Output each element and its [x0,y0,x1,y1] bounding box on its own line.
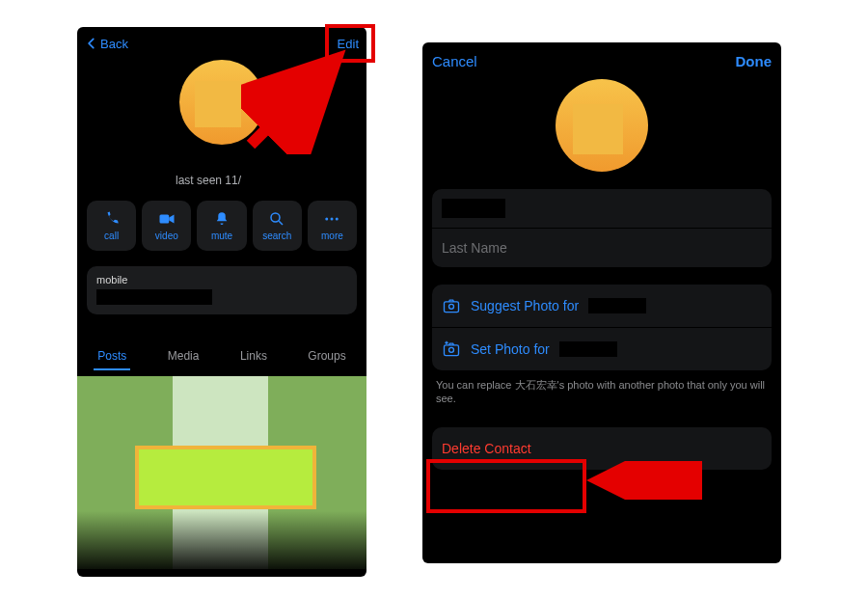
edit-button[interactable]: Edit [338,37,359,51]
nav-bar: Back Edit [77,27,366,60]
cancel-button[interactable]: Cancel [432,53,477,69]
svg-point-8 [449,347,454,352]
video-icon [158,210,176,228]
contact-name-redacted [176,150,268,168]
first-name-redacted [442,199,505,218]
avatar-placeholder-icon [195,81,241,127]
svg-rect-0 [159,215,169,224]
call-button[interactable]: call [87,201,136,251]
post-thumbnail-redacted [135,446,316,509]
phone-icon [103,210,121,228]
avatar[interactable] [556,79,648,172]
quick-actions: call video mute search more [87,201,357,251]
svg-point-1 [271,213,280,222]
last-seen-text: last seen 11/ [176,174,241,187]
suggest-photo-button[interactable]: Suggest Photo for [432,285,772,328]
delete-section: Delete Contact [432,427,772,470]
last-name-field[interactable]: Last Name [432,229,772,267]
camera-plus-icon [442,340,461,359]
mute-label: mute [211,231,232,241]
video-button[interactable]: video [142,201,191,251]
edit-label: Edit [338,37,359,51]
first-name-field[interactable] [432,189,772,229]
svg-rect-7 [445,345,459,356]
last-name-placeholder: Last Name [442,240,507,256]
photo-hint: You can replace 大石宏幸's photo with anothe… [436,378,768,406]
avatar[interactable] [179,60,264,145]
profile-tabs: Posts Media Links Groups [77,343,366,370]
redacted [588,298,646,313]
gradient-overlay [77,511,366,569]
back-label: Back [100,37,128,51]
done-label: Done [736,53,773,69]
edit-contact-screen: Cancel Done Last Name Suggest Photo for … [422,42,781,563]
redacted [241,177,268,186]
suggest-photo-label: Suggest Photo for [471,298,579,313]
chevron-left-icon [85,37,98,50]
more-icon [323,210,340,228]
delete-contact-button[interactable]: Delete Contact [432,427,772,470]
bell-icon [213,210,231,228]
camera-icon [442,296,461,315]
svg-point-2 [326,218,329,221]
svg-rect-5 [445,302,459,313]
svg-point-6 [449,304,454,309]
tab-groups[interactable]: Groups [304,343,349,370]
svg-point-4 [336,218,339,221]
tab-media[interactable]: Media [164,343,203,370]
photo-actions: Suggest Photo for Set Photo for [432,285,772,370]
avatar-placeholder-icon [573,104,623,154]
set-photo-button[interactable]: Set Photo for [432,328,772,370]
done-button[interactable]: Done [736,53,773,69]
name-fields: Last Name [432,189,772,267]
search-button[interactable]: search [253,201,302,251]
posts-grid[interactable] [77,376,366,569]
svg-point-3 [331,218,334,221]
nav-bar: Cancel Done [422,42,781,79]
redacted [559,341,617,357]
search-icon [268,210,285,228]
phone-number-redacted [96,289,212,305]
mute-button[interactable]: mute [197,201,246,251]
set-photo-label: Set Photo for [471,341,550,357]
phone-number-cell[interactable]: mobile [87,266,357,314]
more-button[interactable]: more [308,201,357,251]
call-label: call [104,231,119,241]
last-seen-status: last seen 11/ [77,174,366,187]
tab-posts[interactable]: Posts [94,343,130,370]
cancel-label: Cancel [432,53,477,69]
back-button[interactable]: Back [85,37,128,51]
video-label: video [155,231,178,241]
mobile-label: mobile [96,274,347,285]
contact-profile-screen: Back Edit last seen 11/ call video mute [77,27,366,577]
more-label: more [321,231,343,241]
search-label: search [262,231,291,241]
tab-links[interactable]: Links [236,343,271,370]
delete-contact-label: Delete Contact [442,441,531,456]
